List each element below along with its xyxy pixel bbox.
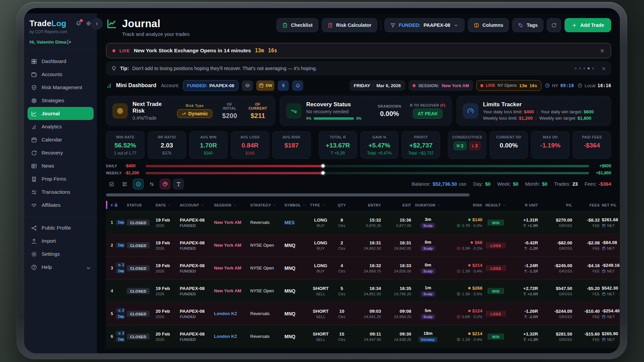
tip-label: Tip: — [120, 66, 129, 71]
net-pl-cell: -$249.16NET — [602, 263, 620, 273]
columns-button[interactable]: Columns — [468, 18, 509, 32]
daily-limits-line: Your daily loss limit: $400|Your daily w… — [483, 109, 594, 114]
column-header-session[interactable]: SESSION — [214, 203, 248, 207]
duration-cell: 3mScalp — [413, 217, 443, 228]
row-number-cell: 32Imp. — [106, 262, 125, 274]
sidebar-item-label: Analytics — [42, 124, 62, 129]
notifications-bell-icon[interactable] — [75, 20, 82, 27]
sidebar-item-transactions[interactable]: Transactions — [28, 185, 94, 198]
risk-type-pill[interactable]: Dynamic — [177, 109, 212, 118]
target-icon — [31, 97, 37, 104]
qty-cell: 8Ctrs — [333, 218, 350, 228]
sidebar-item-public-profile[interactable]: Public Profile — [28, 221, 94, 234]
next-trade-risk-card: Next Trade Risk 0.4%/Trade Risk Type Dyn… — [106, 96, 275, 126]
sidebar-item-import[interactable]: Import — [28, 234, 94, 247]
ny-opens-seconds: 16s — [529, 83, 537, 88]
account-filter-button[interactable]: FUNDED:PAAPEX-08 — [384, 18, 465, 32]
result-badge: LOSS — [486, 311, 505, 317]
column-header-date[interactable]: DATE — [156, 203, 178, 207]
sidebar-item-recovery[interactable]: Recovery — [28, 146, 94, 159]
text-size-button[interactable] — [173, 179, 184, 189]
column-header-status: STATUS — [127, 203, 154, 207]
session-cell: London KZ — [214, 311, 248, 316]
daily-weekly-chip[interactable]: DW — [256, 80, 274, 91]
tip-close-icon[interactable] — [601, 65, 606, 71]
list-view-button[interactable] — [119, 179, 130, 189]
status-cell: CLOSED — [127, 334, 154, 340]
column-header-duration[interactable]: DURATION — [413, 203, 443, 207]
add-trade-button[interactable]: Add Trade — [565, 18, 611, 32]
pin-icon — [281, 82, 286, 88]
account-pill[interactable]: FUNDED: PAAPEX-08 — [183, 80, 239, 91]
sidebar-item-analytics[interactable]: Analytics — [28, 120, 94, 133]
live-banner: LIVE New York Stock Exchange Opens in 14… — [106, 43, 611, 58]
sidebar-item-accounts[interactable]: Accounts — [28, 68, 94, 81]
sort-order-button[interactable] — [146, 179, 157, 189]
trade-row-1[interactable]: 1Imp.CLOSED19 Feb2026PAAPEX-08FUNDEDNew … — [106, 211, 620, 234]
trade-row-4[interactable]: 4CLOSED19 Feb2026PAAPEX-08FUNDEDNew York… — [106, 280, 620, 302]
calendar-icon — [259, 83, 264, 88]
sidebar-collapse-button[interactable] — [91, 18, 103, 29]
column-header-account[interactable]: ACCOUNT — [180, 203, 212, 207]
status-cell: CLOSED — [127, 288, 154, 294]
recovery-message: No recovery needed — [306, 109, 361, 114]
wallet-icon — [31, 71, 37, 78]
color-palette-button[interactable] — [160, 179, 170, 189]
tip-dot[interactable] — [575, 67, 577, 69]
select-rows-button[interactable] — [106, 179, 117, 189]
r-unit-cell: +2.72RT: +2.0R — [509, 286, 538, 296]
trade-row-3[interactable]: 32Imp.CLOSED19 Feb2026PAAPEX-08FUNDEDNew… — [106, 257, 620, 280]
column-header-result[interactable]: RESULT — [484, 203, 507, 207]
sidebar-item-journal[interactable]: Journal — [28, 107, 94, 120]
tip-dot[interactable] — [592, 67, 594, 69]
status-cell: CLOSED — [127, 265, 154, 271]
tip-dot[interactable] — [583, 67, 585, 69]
trade-row-2[interactable]: 2Imp.CLOSED19 Feb2026PAAPEX-08FUNDEDNew … — [106, 234, 620, 257]
account-cell: PAAPEX-08FUNDED — [180, 240, 212, 250]
sidebar-item-dashboard[interactable]: Dashboard — [28, 55, 94, 68]
pin-chip[interactable] — [278, 80, 289, 91]
tip-dot[interactable] — [588, 67, 590, 69]
live-dot — [112, 49, 115, 52]
duration-cell: 1mScalp — [413, 285, 443, 297]
sidebar-item-news[interactable]: News — [28, 159, 94, 172]
column-header-symbol[interactable]: SYMBOL — [284, 203, 308, 207]
info-toggle-button[interactable] — [133, 179, 144, 189]
bar-label: WEEKLY — [106, 171, 125, 175]
of-current-value: $211 — [247, 112, 269, 120]
checklist-button[interactable]: Checklist — [276, 18, 318, 32]
column-header--[interactable]: #⇊ — [106, 203, 125, 207]
trade-row-5[interactable]: 52Imp.CLOSED20 Feb2026PAAPEX-08FUNDEDLon… — [106, 302, 620, 325]
tag-icon — [518, 22, 524, 28]
risk-calculator-button[interactable]: Risk Calculator — [322, 18, 377, 32]
logout-icon[interactable] — [66, 39, 72, 45]
tip-dot[interactable] — [579, 67, 581, 69]
banner-close-icon[interactable] — [600, 48, 605, 54]
column-header-type[interactable]: TYPE — [310, 203, 331, 207]
account-cell: PAAPEX-08FUNDED — [180, 218, 212, 228]
entry-cell: 09:0324,941.25 — [352, 309, 381, 319]
row-number-cell: 52Imp. — [106, 308, 125, 319]
stat-tile-total-r: TOTAL R+13.67RT +9.2R — [319, 131, 357, 159]
bar-marker[interactable] — [321, 164, 325, 168]
imported-badge: Imp. — [116, 268, 125, 274]
column-header-strategy[interactable]: STRATEGY — [250, 203, 282, 207]
sidebar-item-calendar[interactable]: Calendar — [28, 133, 94, 146]
trade-row-6[interactable]: 62Imp.CLOSED20 Feb2026PAAPEX-08FUNDEDLon… — [106, 325, 620, 348]
sidebar-item-strategies[interactable]: Strategies — [28, 94, 94, 107]
sidebar-item-label: Import — [42, 238, 56, 244]
tags-button[interactable]: Tags — [512, 18, 543, 32]
bar-marker[interactable] — [321, 171, 325, 175]
sidebar-item-prop-firms[interactable]: Prop Firms — [28, 172, 94, 185]
sidebar-item-risk-management[interactable]: Risk Management — [28, 81, 94, 94]
alerts-chip[interactable] — [292, 80, 303, 91]
sidebar-item-help[interactable]: Help — [28, 260, 94, 274]
sidebar-item-settings[interactable]: Settings — [28, 247, 94, 260]
executions-badge: 2 — [116, 331, 125, 336]
layers-chip[interactable] — [242, 80, 253, 91]
target-icon — [112, 103, 128, 119]
refresh-button[interactable] — [547, 18, 561, 32]
horizontal-scrollbar-thumb[interactable] — [106, 193, 470, 196]
sidebar-item-affiliates[interactable]: Affiliates — [28, 198, 94, 212]
theme-toggle-icon[interactable] — [86, 20, 92, 27]
